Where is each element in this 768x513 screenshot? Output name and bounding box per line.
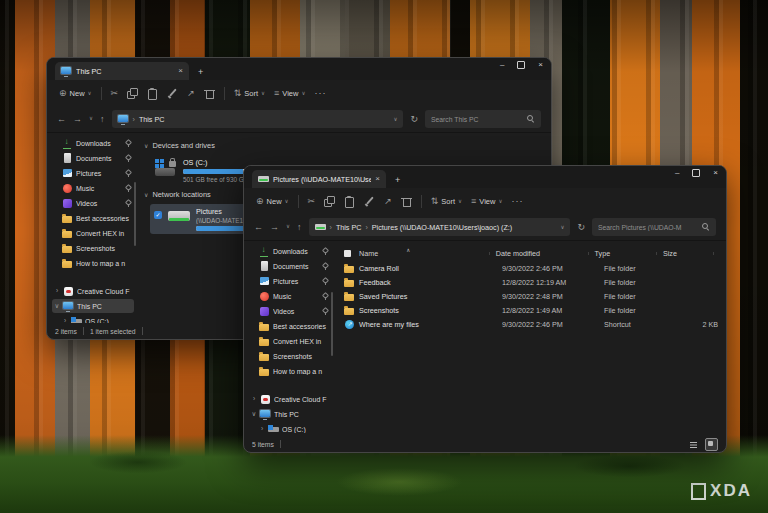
sidebar-item-documents[interactable]: Documents	[249, 259, 331, 273]
sidebar-item-documents[interactable]: Documents	[52, 151, 134, 165]
file-row-saved-pictures[interactable]: Saved Pictures 9/30/2022 2:48 PM File fo…	[341, 289, 718, 303]
maximize-button[interactable]	[692, 169, 700, 177]
sidebar-item-screenshots[interactable]: Screenshots	[249, 349, 331, 363]
file-row-screenshots[interactable]: Screenshots 12/8/2022 1:49 AM File folde…	[341, 303, 718, 317]
new-tab-button[interactable]: +	[395, 176, 400, 185]
rename-icon[interactable]	[167, 88, 178, 99]
copy-icon[interactable]	[127, 88, 138, 99]
column-header-name[interactable]: Name∧	[357, 249, 494, 258]
breadcrumb[interactable]: Pictures (\\UDAO-MATE10\Users\joaoc) (Z:…	[372, 223, 512, 232]
breadcrumb[interactable]: This PC	[139, 115, 165, 124]
file-row-camera-roll[interactable]: Camera Roll 9/30/2022 2:46 PM File folde…	[341, 261, 718, 275]
minimize-button[interactable]: –	[675, 169, 679, 177]
maximize-button[interactable]	[517, 61, 525, 69]
address-bar[interactable]: › This PC › Pictures (\\UDAO-MATE10\User…	[309, 218, 571, 236]
cut-icon[interactable]: ✂	[111, 89, 119, 98]
sidebar-item-best-accessories[interactable]: Best accessories	[52, 211, 134, 225]
chevron-right-icon[interactable]: ›	[251, 396, 257, 403]
chevron-right-icon[interactable]: ›	[62, 318, 68, 323]
sidebar-item-this-pc[interactable]: ∨This PC	[52, 299, 134, 313]
search-input[interactable]: Search This PC	[425, 110, 541, 128]
sidebar-item-music[interactable]: Music	[249, 289, 331, 303]
delete-icon[interactable]	[401, 196, 412, 207]
sidebar-item-how-to-map[interactable]: How to map a n	[249, 364, 331, 378]
chevron-down-icon[interactable]: ∨	[54, 303, 60, 310]
column-header-size[interactable]: Size	[661, 249, 718, 258]
address-bar[interactable]: › This PC ∨	[112, 110, 404, 128]
up-button[interactable]: ↑	[297, 223, 302, 232]
sidebar-item-music[interactable]: Music	[52, 181, 134, 195]
close-button[interactable]: ×	[713, 169, 718, 177]
tab-this-pc[interactable]: This PC ×	[55, 62, 189, 80]
section-chevron-icon[interactable]: ∨	[144, 142, 148, 149]
cut-icon[interactable]: ✂	[308, 197, 316, 206]
tab-pictures-network[interactable]: Pictures (\\UDAO-MATE10\Use ×	[252, 170, 386, 188]
chevron-down-icon[interactable]: ∨	[251, 411, 257, 418]
sidebar-item-best-accessories[interactable]: Best accessories	[249, 319, 331, 333]
paste-icon[interactable]	[147, 88, 158, 99]
delete-icon[interactable]	[204, 88, 215, 99]
tab-title: Pictures (\\UDAO-MATE10\Use	[273, 175, 371, 184]
section-chevron-icon[interactable]: ∨	[144, 191, 148, 198]
select-all-checkbox[interactable]	[344, 250, 351, 257]
sidebar-item-videos[interactable]: Videos	[249, 304, 331, 318]
back-button[interactable]: ←	[57, 115, 66, 124]
sidebar-item-downloads[interactable]: Downloads	[52, 136, 134, 150]
sidebar-item-convert-hex[interactable]: Convert HEX in	[52, 226, 134, 240]
pin-icon	[322, 293, 328, 300]
sidebar-item-videos[interactable]: Videos	[52, 196, 134, 210]
column-header-type[interactable]: Type	[593, 249, 661, 258]
chevron-right-icon[interactable]: ›	[259, 426, 265, 433]
sidebar-item-creative-cloud[interactable]: ›Creative Cloud F	[52, 284, 134, 298]
view-button[interactable]: ≡ View ∨	[471, 197, 502, 206]
tab-close-icon[interactable]: ×	[375, 175, 380, 183]
share-icon[interactable]: ↗	[187, 89, 195, 98]
copy-icon[interactable]	[324, 196, 335, 207]
checkbox-checked[interactable]: ✓	[154, 211, 162, 219]
sort-button[interactable]: ⇅ Sort ∨	[431, 197, 462, 206]
share-icon[interactable]: ↗	[384, 197, 392, 206]
refresh-button[interactable]: ↻	[577, 223, 585, 232]
sidebar-item-this-pc[interactable]: ∨This PC	[249, 407, 331, 421]
section-devices[interactable]: ∨ Devices and drives	[144, 141, 543, 150]
tab-close-icon[interactable]: ×	[178, 67, 183, 75]
forward-button[interactable]: →	[270, 223, 279, 232]
large-icons-view-toggle[interactable]	[705, 438, 718, 451]
sidebar-item-how-to-map[interactable]: How to map a n	[52, 256, 134, 270]
sidebar-item-pictures[interactable]: Pictures	[52, 166, 134, 180]
details-view-toggle[interactable]	[688, 439, 699, 450]
more-options-icon[interactable]: ···	[511, 197, 523, 206]
more-options-icon[interactable]: ···	[314, 89, 326, 98]
new-button[interactable]: ⊕ New ∨	[256, 197, 289, 206]
history-dropdown-icon[interactable]: ∨	[89, 116, 93, 122]
rename-icon[interactable]	[364, 196, 375, 207]
close-button[interactable]: ×	[538, 61, 543, 69]
sidebar-item-screenshots[interactable]: Screenshots	[52, 241, 134, 255]
sidebar-item-os-c[interactable]: ›OS (C:)	[257, 422, 331, 436]
forward-button[interactable]: →	[73, 115, 82, 124]
sidebar-item-os-c[interactable]: ›OS (C:)	[60, 314, 134, 323]
sidebar-item-creative-cloud[interactable]: ›Creative Cloud F	[249, 392, 331, 406]
sort-button[interactable]: ⇅ Sort ∨	[234, 89, 265, 98]
paste-icon[interactable]	[344, 196, 355, 207]
view-button[interactable]: ≡ View ∨	[274, 89, 305, 98]
search-input[interactable]: Search Pictures (\\UDAO-M	[592, 218, 716, 236]
history-dropdown-icon[interactable]: ∨	[286, 224, 290, 230]
back-button[interactable]: ←	[254, 223, 263, 232]
sidebar-item-convert-hex[interactable]: Convert HEX in	[249, 334, 331, 348]
file-row-where-are-my-files[interactable]: Where are my files 9/30/2022 2:46 PM Sho…	[341, 317, 718, 331]
new-button[interactable]: ⊕ New ∨	[59, 89, 92, 98]
column-header-date-modified[interactable]: Date modified	[494, 249, 593, 258]
address-dropdown-icon[interactable]: ∨	[393, 116, 397, 122]
sidebar-item-downloads[interactable]: Downloads	[249, 244, 331, 258]
address-dropdown-icon[interactable]: ∨	[560, 224, 564, 230]
new-tab-button[interactable]: +	[198, 68, 203, 77]
breadcrumb[interactable]: This PC	[336, 223, 362, 232]
refresh-button[interactable]: ↻	[410, 115, 418, 124]
up-button[interactable]: ↑	[100, 115, 105, 124]
chevron-right-icon[interactable]: ›	[54, 288, 60, 295]
minimize-button[interactable]: –	[500, 61, 504, 69]
file-row-feedback[interactable]: Feedback 12/8/2022 12:19 AM File folder	[341, 275, 718, 289]
sort-icon: ⇅	[431, 197, 439, 206]
sidebar-item-pictures[interactable]: Pictures	[249, 274, 331, 288]
